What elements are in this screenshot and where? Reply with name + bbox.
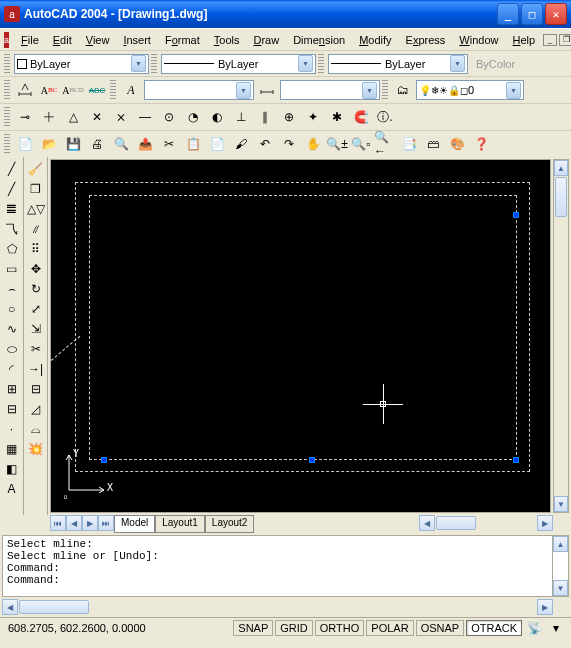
- vertical-scrollbar[interactable]: ▲ ▼: [553, 159, 569, 513]
- break-icon[interactable]: ⊟: [25, 379, 47, 399]
- menu-window[interactable]: Window: [453, 32, 504, 48]
- tab-first-icon[interactable]: ⏮: [50, 515, 66, 531]
- zoom-window-icon[interactable]: 🔍▫: [350, 133, 372, 155]
- dim-style-icon[interactable]: [14, 79, 36, 101]
- tab-layout1[interactable]: Layout1: [155, 515, 205, 533]
- snap-nearest-icon[interactable]: ✱: [326, 106, 348, 128]
- cmd-vscrollbar[interactable]: ▲ ▼: [552, 536, 568, 596]
- toolbar-grip[interactable]: [382, 80, 388, 100]
- hscroll-left-icon[interactable]: ◀: [419, 515, 435, 531]
- toolbar-grip[interactable]: [318, 54, 324, 74]
- minimize-button[interactable]: _: [497, 3, 519, 25]
- layer-manager-icon[interactable]: 🗂: [392, 79, 414, 101]
- redo-icon[interactable]: ↷: [278, 133, 300, 155]
- snap-tangent-icon[interactable]: ◐: [206, 106, 228, 128]
- menu-dimension[interactable]: Dimension: [287, 32, 351, 48]
- layer-combo[interactable]: 💡❄☀🔒◻ 0 ▼: [416, 80, 524, 100]
- snap-extension-icon[interactable]: —: [134, 106, 156, 128]
- comm-center-icon[interactable]: 📡: [523, 617, 545, 639]
- snap-node-icon[interactable]: ✦: [302, 106, 324, 128]
- make-block-icon[interactable]: ⊟: [1, 399, 23, 419]
- hscroll-thumb[interactable]: [436, 516, 476, 530]
- tool-palette-icon[interactable]: 🎨: [446, 133, 468, 155]
- chamfer-icon[interactable]: ◿: [25, 399, 47, 419]
- snap-insert-icon[interactable]: ⊕: [278, 106, 300, 128]
- trim-icon[interactable]: ✂: [25, 339, 47, 359]
- snap-midpoint-icon[interactable]: △: [62, 106, 84, 128]
- explode-icon[interactable]: 💥: [25, 439, 47, 459]
- open-file-icon[interactable]: 📂: [38, 133, 60, 155]
- help-icon[interactable]: ❓: [470, 133, 492, 155]
- grip-point[interactable]: [513, 212, 519, 218]
- stretch-icon[interactable]: ⇲: [25, 319, 47, 339]
- zoom-realtime-icon[interactable]: 🔍±: [326, 133, 348, 155]
- paste-icon[interactable]: 📄: [206, 133, 228, 155]
- drawing-canvas[interactable]: Y X ▫: [50, 159, 551, 513]
- osnap-toggle[interactable]: OSNAP: [416, 620, 465, 636]
- menu-file[interactable]: File: [15, 32, 45, 48]
- undo-icon[interactable]: ↶: [254, 133, 276, 155]
- scroll-right-icon[interactable]: ▶: [537, 599, 553, 615]
- scroll-up-icon[interactable]: ▲: [554, 160, 568, 176]
- find-text-icon[interactable]: ABCD: [62, 79, 84, 101]
- scroll-down-icon[interactable]: ▼: [553, 580, 568, 596]
- region-icon[interactable]: ◧: [1, 459, 23, 479]
- menu-insert[interactable]: Insert: [117, 32, 157, 48]
- osnap-settings-icon[interactable]: ⓘ.: [374, 106, 396, 128]
- dimstyle-combo[interactable]: ▼: [280, 80, 380, 100]
- tab-next-icon[interactable]: ▶: [82, 515, 98, 531]
- close-button[interactable]: ✕: [545, 3, 567, 25]
- grip-point[interactable]: [309, 457, 315, 463]
- cut-icon[interactable]: ✂: [158, 133, 180, 155]
- snap-none-icon[interactable]: 🧲: [350, 106, 372, 128]
- erase-icon[interactable]: 🧹: [25, 159, 47, 179]
- toolbar-grip[interactable]: [110, 80, 116, 100]
- properties-icon[interactable]: 📑: [398, 133, 420, 155]
- cmd-input[interactable]: Command:: [7, 574, 548, 586]
- command-window[interactable]: Select mline: Select mline or [Undo]: Co…: [2, 535, 569, 597]
- menu-format[interactable]: Format: [159, 32, 206, 48]
- scroll-down-icon[interactable]: ▼: [554, 496, 568, 512]
- snap-toggle[interactable]: SNAP: [233, 620, 273, 636]
- polar-toggle[interactable]: POLAR: [366, 620, 413, 636]
- menu-modify[interactable]: Modify: [353, 32, 397, 48]
- menu-draw[interactable]: Draw: [247, 32, 285, 48]
- ellipse-arc-icon[interactable]: ◜: [1, 359, 23, 379]
- publish-icon[interactable]: 📤: [134, 133, 156, 155]
- snap-quadrant-icon[interactable]: ◔: [182, 106, 204, 128]
- new-file-icon[interactable]: 📄: [14, 133, 36, 155]
- snap-intersection-icon[interactable]: ✕: [86, 106, 108, 128]
- snap-appint-icon[interactable]: ⨯: [110, 106, 132, 128]
- extend-icon[interactable]: →|: [25, 359, 47, 379]
- text-style-select-icon[interactable]: A: [120, 79, 142, 101]
- toolbar-grip[interactable]: [151, 54, 157, 74]
- scroll-thumb[interactable]: [555, 177, 567, 217]
- color-combo[interactable]: ByLayer ▼: [14, 54, 149, 74]
- hatch-icon[interactable]: ▦: [1, 439, 23, 459]
- designcenter-icon[interactable]: 🗃: [422, 133, 444, 155]
- textstyle-combo[interactable]: ▼: [144, 80, 254, 100]
- zoom-prev-icon[interactable]: 🔍←: [374, 133, 396, 155]
- array-icon[interactable]: ⠿: [25, 239, 47, 259]
- circle-icon[interactable]: ○: [1, 299, 23, 319]
- arc-icon[interactable]: ⌢: [1, 279, 23, 299]
- toolbar-grip[interactable]: [4, 54, 10, 74]
- mdi-restore-button[interactable]: ❐: [559, 34, 571, 46]
- abc-icon[interactable]: ABC: [86, 79, 108, 101]
- tray-down-icon[interactable]: ▾: [545, 617, 567, 639]
- snap-parallel-icon[interactable]: ∥: [254, 106, 276, 128]
- tab-prev-icon[interactable]: ◀: [66, 515, 82, 531]
- line-icon[interactable]: ╱: [1, 159, 23, 179]
- spline-icon[interactable]: ∿: [1, 319, 23, 339]
- scroll-thumb[interactable]: [19, 600, 89, 614]
- copy-icon[interactable]: 📋: [182, 133, 204, 155]
- linetype-combo[interactable]: ByLayer ▼: [161, 54, 316, 74]
- match-prop-icon[interactable]: 🖌: [230, 133, 252, 155]
- toolbar-grip[interactable]: [4, 107, 10, 127]
- tab-model[interactable]: Model: [114, 515, 155, 533]
- grip-point[interactable]: [513, 457, 519, 463]
- maximize-button[interactable]: □: [521, 3, 543, 25]
- grid-toggle[interactable]: GRID: [275, 620, 313, 636]
- otrack-toggle[interactable]: OTRACK: [466, 620, 522, 636]
- menu-help[interactable]: Help: [506, 32, 541, 48]
